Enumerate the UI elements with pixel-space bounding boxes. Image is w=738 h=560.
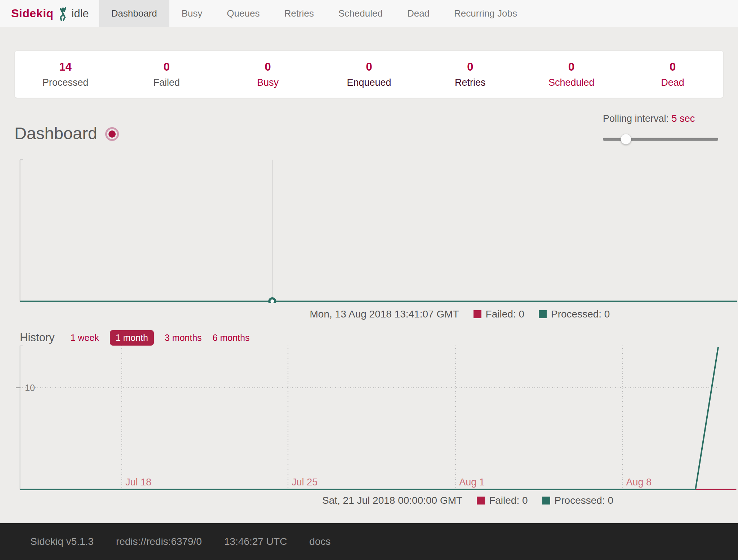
realtime-legend-failed: Failed: 0: [486, 308, 524, 320]
tab-recurring-jobs[interactable]: Recurring Jobs: [442, 0, 529, 27]
footer-redis-url: redis://redis:6379/0: [116, 536, 202, 547]
footer-docs-link[interactable]: docs: [309, 536, 330, 547]
tab-scheduled[interactable]: Scheduled: [326, 0, 395, 27]
stat-dead-value: 0: [622, 61, 723, 74]
history-legend-processed: Processed: 0: [555, 495, 613, 506]
realtime-legend: Mon, 13 Aug 2018 13:41:07 GMT Failed: 0 …: [310, 308, 610, 320]
realtime-legend-timestamp: Mon, 13 Aug 2018 13:41:07 GMT: [310, 308, 459, 320]
history-header: History 1 week 1 month 3 months 6 months: [20, 330, 738, 346]
polling-interval-group: Polling interval: 5 sec: [603, 113, 718, 145]
summary-stats-card: 14 Processed 0 Failed 0 Busy 0 Enqueued …: [14, 50, 724, 98]
polling-interval-value: 5 sec: [672, 113, 695, 124]
slider-track[interactable]: [603, 138, 718, 141]
stat-scheduled: 0 Scheduled: [521, 61, 622, 88]
history-y-tick-label: 10: [25, 383, 35, 393]
stat-failed: 0 Failed: [116, 61, 217, 88]
history-legend: Sat, 21 Jul 2018 00:00:00 GMT Failed: 0 …: [322, 494, 613, 507]
stat-retries-link[interactable]: Retries: [419, 77, 521, 88]
stat-busy: 0 Busy: [217, 61, 319, 88]
stat-enqueued-value: 0: [319, 61, 420, 74]
stat-failed-value: 0: [116, 61, 217, 74]
polling-interval-slider[interactable]: [603, 134, 718, 145]
polling-interval-text: Polling interval:: [603, 113, 669, 124]
history-legend-failed: Failed: 0: [489, 495, 528, 506]
status-text: idle: [71, 7, 89, 20]
history-x-tick-label: Jul 18: [125, 477, 151, 488]
stat-processed: 14 Processed: [15, 61, 116, 88]
tab-busy[interactable]: Busy: [169, 0, 215, 27]
stat-busy-link[interactable]: Busy: [217, 77, 319, 88]
running-figure-icon: [57, 6, 69, 21]
navbar: Sidekiq idle Dashboard Busy Queues Retri…: [0, 0, 738, 27]
stat-retries: 0 Retries: [419, 61, 521, 88]
footer-clock: 13:46:27 UTC: [224, 536, 287, 547]
history-x-tick-label: Aug 1: [459, 477, 485, 488]
stat-enqueued: 0 Enqueued: [319, 61, 420, 88]
range-6-months[interactable]: 6 months: [213, 333, 250, 343]
stat-processed-label: Processed: [15, 77, 116, 88]
history-x-tick-label: Aug 8: [626, 477, 652, 488]
range-3-months[interactable]: 3 months: [165, 333, 202, 343]
dashboard-header-row: Dashboard Polling interval: 5 sec: [0, 98, 738, 159]
stat-dead: 0 Dead: [622, 61, 723, 88]
tab-dashboard[interactable]: Dashboard: [99, 0, 169, 27]
stat-scheduled-value: 0: [521, 61, 622, 74]
realtime-legend-processed: Processed: 0: [551, 308, 610, 320]
brand[interactable]: Sidekiq idle: [0, 0, 99, 27]
stat-retries-value: 0: [419, 61, 521, 74]
polling-interval-label: Polling interval: 5 sec: [603, 113, 718, 124]
processed-swatch-icon: [539, 310, 547, 318]
footer-version: Sidekiq v5.1.3: [30, 536, 94, 547]
realtime-chart[interactable]: [0, 159, 738, 303]
page-title-group: Dashboard: [14, 123, 119, 143]
history-x-tick-label: Jul 25: [292, 477, 317, 488]
range-1-week[interactable]: 1 week: [70, 333, 99, 343]
tab-queues[interactable]: Queues: [215, 0, 272, 27]
stat-enqueued-link[interactable]: Enqueued: [319, 77, 420, 88]
nav-tabs: Dashboard Busy Queues Retries Scheduled …: [99, 0, 529, 27]
slider-thumb[interactable]: [621, 134, 631, 145]
processed-swatch-icon: [542, 497, 550, 505]
footer: Sidekiq v5.1.3 redis://redis:6379/0 13:4…: [0, 523, 738, 560]
history-processed-line: [20, 347, 718, 489]
history-title: History: [20, 331, 54, 344]
tab-retries[interactable]: Retries: [272, 0, 326, 27]
failed-swatch-icon: [474, 310, 481, 318]
stat-processed-value: 14: [15, 61, 116, 74]
history-ranges: 1 week 1 month 3 months 6 months: [70, 330, 249, 346]
page-title: Dashboard: [14, 123, 97, 143]
tab-dead[interactable]: Dead: [395, 0, 442, 27]
stat-dead-link[interactable]: Dead: [622, 77, 723, 88]
realtime-cursor-marker-center: [270, 299, 274, 303]
history-chart[interactable]: Jul 18Jul 25Aug 1Aug 810: [0, 346, 738, 490]
stat-busy-value: 0: [217, 61, 319, 74]
brand-logo-text: Sidekiq: [11, 7, 53, 20]
history-legend-timestamp: Sat, 21 Jul 2018 00:00:00 GMT: [322, 495, 462, 506]
live-beacon-icon: [105, 127, 119, 141]
range-1-month[interactable]: 1 month: [110, 330, 154, 346]
failed-swatch-icon: [477, 497, 485, 505]
stat-failed-label: Failed: [116, 77, 217, 88]
stat-scheduled-link[interactable]: Scheduled: [521, 77, 622, 88]
